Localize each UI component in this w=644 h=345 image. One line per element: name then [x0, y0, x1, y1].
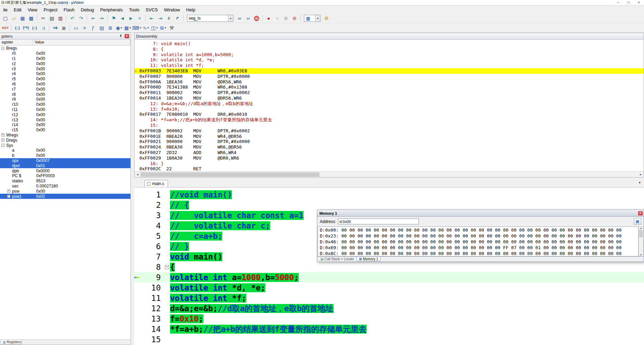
undo-button[interactable]: ↶: [68, 14, 76, 22]
editor-gutter[interactable]: [134, 314, 143, 324]
register-row[interactable]: + psw1 0x02: [0, 194, 130, 199]
register-row[interactable]: r6 0x00: [0, 82, 130, 87]
menu-item[interactable]: Project: [40, 6, 60, 13]
register-row[interactable]: r9 0x00: [0, 97, 130, 102]
editor-line[interactable]: 9 volatile int a=1000,b=5000;: [134, 272, 644, 283]
paste-button[interactable]: ▥: [56, 14, 64, 22]
scroll-right-icon[interactable]: ►: [638, 172, 644, 177]
symbol-window-button[interactable]: ƒ: [89, 24, 97, 32]
disassembly-header[interactable]: Disassembly: [135, 33, 644, 40]
memory-window-select[interactable]: ▦▾: [124, 24, 131, 32]
indent-right-button[interactable]: ⇥: [156, 14, 164, 22]
register-row[interactable]: b 0x00: [0, 153, 130, 158]
disassembly-line[interactable]: 0xFF001B 900002 MOV DPTR,#0x0002: [135, 128, 644, 134]
scroll-left-icon[interactable]: ◄: [135, 172, 140, 177]
indent-left-button[interactable]: ⇤: [148, 14, 156, 22]
close-button[interactable]: ×: [634, 0, 644, 5]
disassembly-line[interactable]: 0xFF0014 1BEA30 MOV @DR56,WR6: [135, 95, 644, 101]
register-row[interactable]: + Wregs: [0, 133, 130, 138]
register-row[interactable]: + Dregs: [0, 138, 130, 143]
menu-item[interactable]: Flash: [61, 6, 78, 13]
fold-marker-icon[interactable]: −: [165, 265, 169, 269]
editor-line[interactable]: 1 //void main(): [134, 190, 644, 200]
memory-row-bytes[interactable]: 00 00 00 00 00 00 00 00 00 00 00 00 00 0…: [341, 245, 622, 251]
tab-call-stack-locals[interactable]: ▤ Call Stack + Locals: [318, 257, 356, 261]
editor-gutter[interactable]: [134, 293, 143, 303]
tree-expander-icon[interactable]: −: [1, 47, 4, 50]
editor-gutter[interactable]: [134, 200, 143, 210]
register-row[interactable]: PC $ 0xFF0003: [0, 173, 130, 179]
go-button[interactable]: ⇒: [51, 24, 59, 32]
search-input[interactable]: [187, 16, 228, 21]
disassembly-line[interactable]: 0xFF0003 7E3403E8 MOV WR6,#0x03E8: [135, 68, 644, 74]
memory-vscrollbar[interactable]: ▲ ▼: [638, 226, 643, 256]
disassembly-line[interactable]: 15:: [135, 123, 644, 128]
disassembly-line[interactable]: 0xFF000D 7E341388 MOV WR6,#0x1388: [135, 84, 644, 90]
disassembly-window-button[interactable]: ≡: [81, 24, 88, 32]
redo-button[interactable]: ↷: [77, 14, 85, 22]
search-combobox[interactable]: ▾: [187, 15, 233, 22]
tree-expander-icon[interactable]: −: [1, 144, 4, 147]
column-value[interactable]: Value: [33, 40, 130, 45]
registers-window-button[interactable]: ▤: [98, 24, 106, 32]
title-bar[interactable]: G:\何宾\第七集\example_1_1\top.uvproj - µVisi…: [0, 0, 644, 6]
disassembly-line[interactable]: 0xFF0024 0BEA30 MOV WR6,@DR56: [135, 144, 644, 150]
memory-row[interactable]: D:0x00: 00 00 00 00 00 00 00 00 00 00 00…: [320, 227, 638, 233]
memory-row-bytes[interactable]: 00 00 00 00 00 00 00 00 00 00 00 00 00 0…: [341, 239, 622, 245]
system-viewer-select[interactable]: ⊞▾: [159, 24, 167, 32]
disassembly-line[interactable]: 11: volatile int *f;: [135, 63, 644, 68]
memory-row-bytes[interactable]: 00 00 00 00 00 00 00 00 00 00 00 00 00 0…: [341, 227, 622, 233]
registers-panel-header[interactable]: gisters ×: [0, 33, 130, 40]
register-row[interactable]: r0 0x00: [0, 51, 130, 56]
register-row[interactable]: − Sys: [0, 143, 130, 148]
tree-expander-icon[interactable]: +: [7, 195, 10, 198]
column-register[interactable]: egister: [0, 40, 33, 45]
disassembly-line[interactable]: 8: {: [135, 47, 644, 52]
disassembly-line[interactable]: 12: d=&a;e=&b;//d取a的首地址，e取b的首地址: [135, 101, 644, 106]
open-file-button[interactable]: ▱: [10, 14, 18, 22]
nav-forward-button[interactable]: ⇒: [98, 14, 106, 22]
run-to-cursor-button[interactable]: ↓|: [39, 24, 47, 32]
breakpoint-toggle-button[interactable]: ○: [273, 14, 281, 22]
editor-line[interactable]: 15: [134, 334, 644, 345]
register-row[interactable]: dpxl 0x01: [0, 163, 130, 168]
disassembly-line[interactable]: 0xFF0021 900000 MOV DPTR,#0x0000: [135, 139, 644, 144]
step-over-button[interactable]: {↷}: [22, 24, 30, 32]
callstack-window-button[interactable]: ≣: [106, 24, 114, 32]
register-row[interactable]: r2 0x00: [0, 61, 130, 66]
bookmark-next-button[interactable]: ►: [127, 14, 135, 22]
tab-memory-1[interactable]: ▦ Memory 1: [357, 257, 381, 261]
memory-row[interactable]: D:0x23: 00 00 00 00 00 00 00 00 00 00 00…: [320, 233, 638, 239]
editor-line[interactable]: 2 // {: [134, 200, 644, 210]
menu-item[interactable]: ile: [0, 6, 11, 13]
register-row[interactable]: r4 0x00: [0, 71, 130, 77]
disassembly-line[interactable]: 0xFF0029 1B0A30 MOV @DR0,WR6: [135, 155, 644, 161]
find-in-files-button[interactable]: ∞: [235, 14, 243, 22]
editor-line[interactable]: 14 *f=a+b;//把a+b的结果送到f变量所指的存储单元里去: [134, 324, 644, 334]
editor-gutter[interactable]: [134, 283, 143, 293]
scrollbar-thumb[interactable]: [639, 230, 643, 237]
disassembly-line[interactable]: 14: *f=a+b;//把a+b的结果送到f变量所指的存储单元里去: [135, 117, 644, 123]
step-into-button[interactable]: {↓}: [13, 24, 21, 32]
minimize-button[interactable]: ─: [613, 0, 623, 5]
save-button[interactable]: ▦: [19, 14, 27, 22]
watch-window-select[interactable]: ◉▾: [115, 24, 123, 32]
disassembly-line[interactable]: 0xFF0011 900002 MOV DPTR,#0x0002: [135, 90, 644, 95]
register-row[interactable]: r15 0x00: [0, 128, 130, 133]
tree-expander-icon[interactable]: +: [1, 139, 4, 142]
memory-row[interactable]: D:0x69: 00 00 00 00 00 00 00 00 00 00 00…: [320, 245, 638, 251]
register-row[interactable]: a 0x00: [0, 148, 130, 153]
disassembly-line[interactable]: 0xFF0027 2D32 ADD WR6,WR4: [135, 150, 644, 155]
memory-update-button[interactable]: ▦: [634, 218, 641, 225]
disassembly-line[interactable]: 0xFF0007 900000 MOV DPTR,#0x0000: [135, 74, 644, 79]
editor-line[interactable]: 12 d=&a;e=&b;//d取a的首地址，e取b的首地址: [134, 303, 644, 314]
editor-gutter[interactable]: [134, 252, 143, 262]
maximize-button[interactable]: □: [623, 0, 634, 5]
reset-button[interactable]: RST: [1, 24, 9, 32]
register-row[interactable]: dptr 0x0000: [0, 168, 130, 173]
tab-list-dropdown-icon[interactable]: ▾: [639, 181, 641, 184]
cut-button[interactable]: ✂: [39, 14, 47, 22]
editor-gutter[interactable]: [134, 221, 143, 231]
new-file-button[interactable]: ▢: [1, 14, 9, 22]
disassembly-line[interactable]: 0xFF0017 7E080010 MOV DR0,#0x0010: [135, 112, 644, 117]
